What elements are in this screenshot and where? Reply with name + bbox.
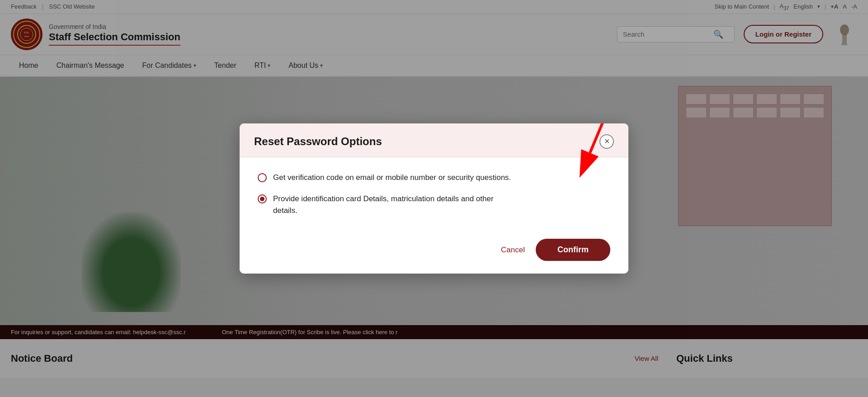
option2-radio[interactable]	[258, 194, 267, 203]
confirm-button[interactable]: Confirm	[536, 239, 610, 261]
option1-radio[interactable]	[258, 173, 267, 182]
reset-password-modal: Reset Password Options ✕ Get verificatio…	[240, 123, 628, 274]
option2-text: Provide identification card Details, mat…	[273, 193, 494, 216]
option1-row: Get verification code on email or mobile…	[258, 172, 610, 184]
option2-row: Provide identification card Details, mat…	[258, 193, 610, 216]
modal-title: Reset Password Options	[254, 135, 382, 148]
modal-overlay: Reset Password Options ✕ Get verificatio…	[0, 0, 868, 397]
modal-close-button[interactable]: ✕	[599, 134, 614, 149]
modal-body: Get verification code on email or mobile…	[240, 157, 628, 239]
option1-text: Get verification code on email or mobile…	[273, 172, 511, 184]
modal-footer: Cancel Confirm	[240, 239, 628, 274]
cancel-button[interactable]: Cancel	[501, 246, 525, 255]
modal-header: Reset Password Options ✕	[240, 123, 628, 157]
